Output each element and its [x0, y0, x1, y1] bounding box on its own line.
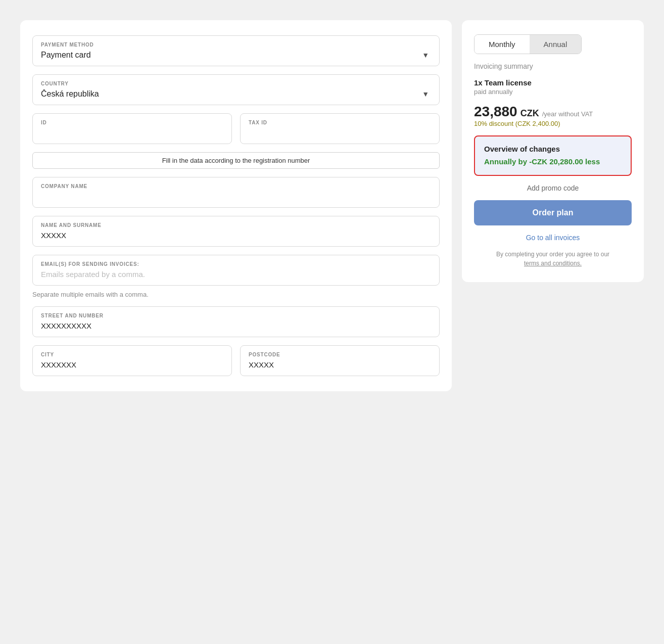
name-surname-input[interactable]: [41, 231, 431, 240]
license-title: 1x Team license: [474, 78, 632, 87]
discount-text: 10% discount (CZK 2,400.00): [474, 120, 632, 127]
country-group: COUNTRY Česká republika Slovakia Germany…: [32, 74, 440, 105]
invoicing-summary-label: Invoicing summary: [474, 62, 632, 70]
payment-method-label: PAYMENT METHOD: [41, 42, 431, 48]
terms-text: By completing your order you agree to ou…: [474, 250, 632, 268]
overview-value: Annually by -CZK 20,280.00 less: [484, 156, 622, 167]
price-row: 23,880 CZK /year without VAT: [474, 104, 632, 120]
id-group: ID: [32, 113, 232, 144]
promo-code-link[interactable]: Add promo code: [474, 184, 632, 192]
emails-label: EMAIL(S) FOR SENDING INVOICES:: [41, 261, 431, 267]
id-label: ID: [41, 120, 223, 125]
annual-toggle-button[interactable]: Annual: [530, 35, 582, 54]
email-hint: Separate multiple emails with a comma.: [32, 291, 440, 298]
right-panel: Monthly Annual Invoicing summary 1x Team…: [462, 20, 644, 282]
city-label: CITY: [41, 352, 223, 357]
billing-toggle: Monthly Annual: [474, 34, 582, 54]
street-input[interactable]: [41, 321, 431, 330]
price-section: 23,880 CZK /year without VAT 10% discoun…: [474, 104, 632, 127]
emails-input[interactable]: [41, 270, 431, 279]
country-label: COUNTRY: [41, 81, 431, 86]
postcode-input[interactable]: [249, 360, 431, 369]
terms-prefix: By completing your order you agree to ou…: [496, 251, 609, 258]
price-currency: CZK: [520, 108, 539, 119]
city-input[interactable]: [41, 360, 223, 369]
name-surname-label: NAME AND SURNAME: [41, 222, 431, 228]
company-name-label: COMPANY NAME: [41, 183, 431, 189]
price-amount: 23,880: [474, 104, 517, 120]
payment-method-select[interactable]: Payment card Bank transfer: [41, 51, 431, 59]
city-group: CITY: [32, 345, 232, 376]
city-postcode-row: CITY POSTCODE: [32, 345, 440, 376]
name-surname-group: NAME AND SURNAME: [32, 216, 440, 247]
id-input[interactable]: [41, 128, 223, 137]
emails-group: EMAIL(S) FOR SENDING INVOICES:: [32, 255, 440, 286]
country-select-wrapper[interactable]: Česká republika Slovakia Germany Poland …: [41, 89, 431, 99]
order-plan-button[interactable]: Order plan: [474, 200, 632, 225]
go-to-invoices-link[interactable]: Go to all invoices: [474, 234, 632, 242]
overview-box: Overview of changes Annually by -CZK 20,…: [474, 135, 632, 176]
tax-id-input[interactable]: [249, 128, 431, 137]
postcode-group: POSTCODE: [240, 345, 440, 376]
monthly-toggle-button[interactable]: Monthly: [475, 35, 530, 54]
id-taxid-row: ID TAX ID: [32, 113, 440, 144]
street-label: STREET AND NUMBER: [41, 313, 431, 318]
postcode-label: POSTCODE: [249, 352, 431, 357]
overview-title: Overview of changes: [484, 145, 622, 153]
license-subtitle: paid annually: [474, 88, 632, 96]
street-group: STREET AND NUMBER: [32, 306, 440, 337]
company-name-group: COMPANY NAME: [32, 177, 440, 208]
fill-hint-button[interactable]: Fill in the data according to the regist…: [32, 152, 440, 169]
payment-method-select-wrapper[interactable]: Payment card Bank transfer ▼: [41, 51, 431, 60]
left-panel: PAYMENT METHOD Payment card Bank transfe…: [20, 20, 452, 391]
company-name-input[interactable]: [41, 192, 431, 201]
payment-method-group: PAYMENT METHOD Payment card Bank transfe…: [32, 35, 440, 66]
price-period: /year without VAT: [542, 110, 593, 118]
country-select[interactable]: Česká republika Slovakia Germany Poland: [41, 89, 431, 98]
tax-id-label: TAX ID: [249, 120, 431, 125]
terms-link[interactable]: terms and conditions.: [524, 260, 582, 267]
license-info: 1x Team license paid annually: [474, 78, 632, 96]
tax-id-group: TAX ID: [240, 113, 440, 144]
